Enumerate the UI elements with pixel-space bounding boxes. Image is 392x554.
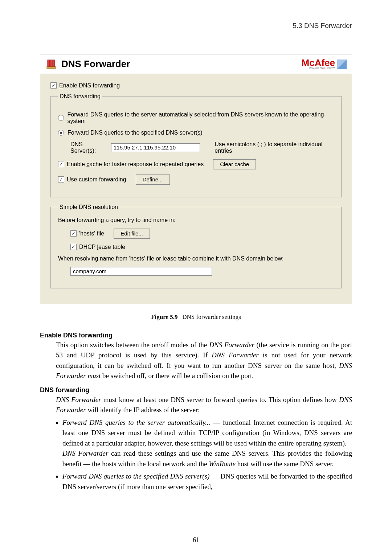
define-button[interactable]: Define... bbox=[136, 175, 170, 185]
dns-forwarder-dialog: DNS Forwarder McAfee Proven Security™ ✓ … bbox=[40, 54, 352, 304]
custom-forwarding-label: Use custom forwarding bbox=[67, 176, 126, 183]
svg-rect-3 bbox=[53, 60, 55, 66]
dhcp-lease-checkbox[interactable]: ✓ DHCP lease table bbox=[70, 244, 125, 250]
enable-dns-checkbox[interactable]: ✓ Enable DNS forwarding bbox=[50, 82, 120, 89]
svg-rect-1 bbox=[48, 60, 50, 66]
hosts-file-checkbox[interactable]: ✓ 'hosts' file bbox=[70, 230, 104, 237]
svg-rect-2 bbox=[50, 60, 52, 66]
header-rule bbox=[40, 32, 352, 32]
custom-forwarding-checkbox[interactable]: ✓ Use custom forwarding bbox=[58, 176, 126, 183]
enable-cache-checkbox[interactable]: ✓ Enable cache for faster response to re… bbox=[58, 161, 204, 168]
dns-forwarding-legend: DNS forwarding bbox=[58, 93, 102, 100]
enable-dns-label: Enable DNS forwarding bbox=[59, 82, 120, 89]
radio-specified-label: Forward DNS queries to the specified DNS… bbox=[68, 130, 203, 136]
bullet-specified: Forward DNS queries to the specified DNS… bbox=[62, 471, 352, 492]
dialog-title: DNS Forwarder bbox=[61, 58, 130, 70]
dns-icon bbox=[45, 58, 57, 70]
dialog-header: DNS Forwarder McAfee Proven Security™ bbox=[40, 54, 352, 74]
dns-servers-hint: Use semicolons ( ; ) to separate individ… bbox=[215, 141, 334, 154]
dns-servers-label: DNS Server(s): bbox=[70, 141, 107, 154]
term-enable-dns-body: This option switches between the on/off … bbox=[56, 340, 352, 381]
hosts-file-label: 'hosts' file bbox=[79, 230, 104, 237]
dhcp-lease-label: DHCP lease table bbox=[79, 244, 125, 250]
dns-servers-input[interactable] bbox=[111, 143, 200, 152]
simple-dns-group: Simple DNS resolution Before forwarding … bbox=[50, 204, 342, 288]
radio-auto[interactable]: Forward DNS queries to the server automa… bbox=[58, 111, 334, 124]
combine-text: When resolving name from 'hosts' file or… bbox=[58, 255, 334, 262]
edit-file-button[interactable]: Edit file... bbox=[114, 229, 150, 239]
page-number: 61 bbox=[0, 536, 392, 544]
dns-forwarding-group: DNS forwarding Forward DNS queries to th… bbox=[50, 93, 342, 197]
term-dns-forwarding-body: DNS Forwarder must know at least one DNS… bbox=[56, 395, 352, 492]
simple-dns-legend: Simple DNS resolution bbox=[58, 204, 119, 210]
clear-cache-button[interactable]: Clear cache bbox=[213, 159, 256, 169]
brand-logo: McAfee Proven Security™ bbox=[302, 58, 347, 70]
radio-auto-label: Forward DNS queries to the server automa… bbox=[68, 111, 334, 124]
bullet-auto: Forward DNS queries to the server automa… bbox=[62, 418, 352, 469]
brand-corner-icon bbox=[337, 59, 347, 69]
domain-input[interactable] bbox=[70, 267, 212, 276]
term-enable-dns: Enable DNS forwarding bbox=[40, 332, 352, 339]
before-forwarding-text: Before forwarding a query, try to find n… bbox=[58, 217, 334, 223]
term-dns-forwarding: DNS forwarding bbox=[40, 386, 352, 394]
svg-rect-0 bbox=[47, 66, 56, 69]
enable-cache-label: Enable cache for faster response to repe… bbox=[67, 161, 204, 168]
radio-specified[interactable]: Forward DNS queries to the specified DNS… bbox=[58, 130, 334, 136]
section-header: 5.3 DNS Forwarder bbox=[40, 22, 352, 30]
figure-caption: Figure 5.9 DNS forwarder settings bbox=[40, 313, 352, 321]
